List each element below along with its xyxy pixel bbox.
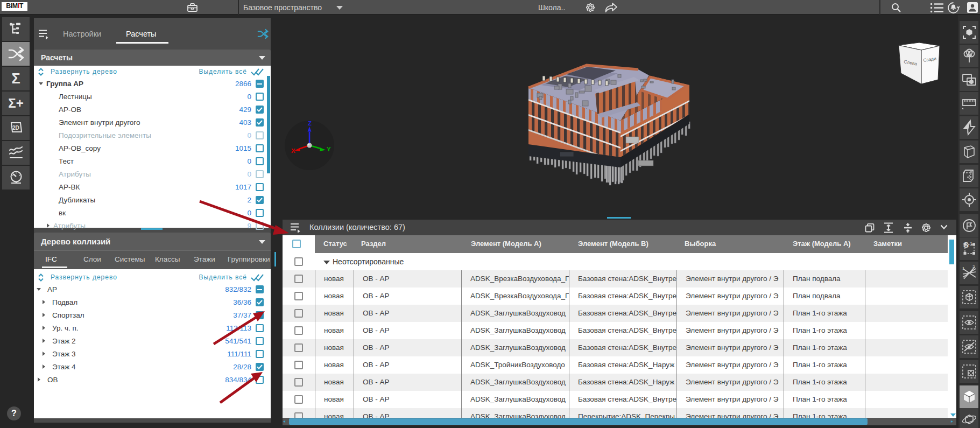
- svg-text:1: 1: [970, 241, 972, 247]
- svg-text:1: 1: [962, 266, 965, 271]
- svg-text:2: 2: [972, 264, 975, 269]
